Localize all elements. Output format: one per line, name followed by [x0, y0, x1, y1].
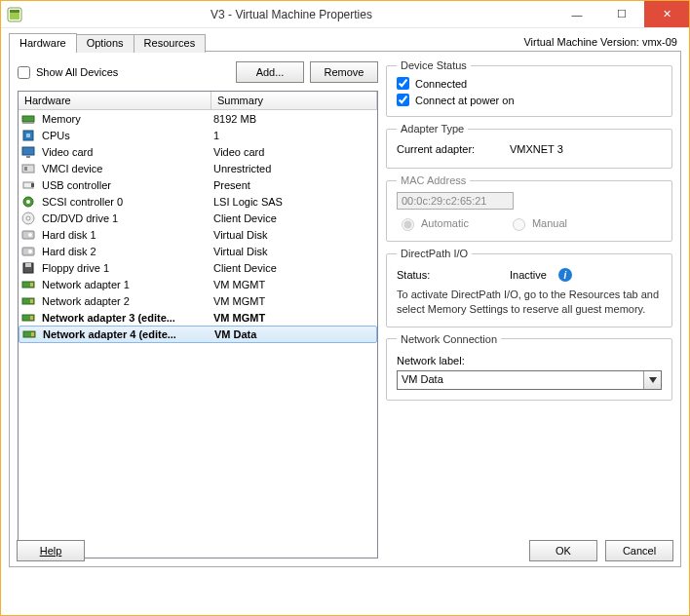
directpath-legend: DirectPath I/O [397, 248, 472, 259]
add-button[interactable]: Add... [236, 61, 304, 83]
close-button[interactable]: ✕ [644, 1, 689, 27]
tab-resources[interactable]: Resources [134, 34, 207, 53]
directpath-hint: To activate DirectPath I/O, go to the Re… [397, 288, 662, 317]
tab-hardware[interactable]: Hardware [9, 33, 77, 52]
table-row[interactable]: Network adapter 1VM MGMT [19, 276, 377, 292]
svg-rect-22 [25, 263, 31, 267]
connected-checkbox[interactable]: Connected [397, 77, 662, 90]
hardware-name: Network adapter 1 [42, 279, 213, 290]
hardware-name: VMCI device [42, 163, 213, 174]
hdd-icon [20, 244, 36, 259]
svg-rect-28 [30, 316, 33, 320]
table-row[interactable]: Hard disk 1Virtual Disk [19, 226, 377, 243]
show-all-devices-checkbox[interactable]: Show All Devices [18, 66, 118, 79]
hardware-name: Network adapter 3 (edite... [42, 312, 213, 324]
cd-icon [20, 211, 36, 226]
table-row[interactable]: USB controllerPresent [19, 176, 377, 193]
tab-panel-hardware: Show All Devices Add... Remove Hardware … [9, 51, 681, 567]
network-label-label: Network label: [397, 355, 662, 366]
chevron-down-icon[interactable] [643, 371, 661, 389]
hardware-summary: Client Device [213, 212, 375, 224]
hardware-name: Video card [42, 146, 213, 158]
device-status-legend: Device Status [397, 59, 471, 71]
connect-poweron-input[interactable] [397, 94, 409, 106]
table-row[interactable]: CD/DVD drive 1Client Device [19, 210, 377, 226]
column-hardware[interactable]: Hardware [19, 92, 211, 109]
svg-point-16 [26, 216, 30, 220]
hardware-name: Hard disk 2 [42, 246, 213, 257]
hardware-summary: VM MGMT [213, 279, 375, 290]
hardware-summary: 1 [213, 130, 375, 141]
svg-rect-2 [10, 10, 19, 13]
directpath-status-value: Inactive [510, 269, 547, 281]
hardware-name: Hard disk 1 [42, 229, 213, 241]
table-row[interactable]: Floppy drive 1Client Device [19, 259, 377, 276]
table-row[interactable]: Memory8192 MB [19, 110, 377, 127]
scsi-icon [20, 194, 36, 210]
table-row[interactable]: Network adapter 2VM MGMT [19, 292, 377, 309]
svg-rect-30 [31, 332, 34, 336]
hardware-summary: VM MGMT [213, 295, 375, 307]
svg-rect-10 [24, 167, 27, 171]
maximize-button[interactable]: ☐ [599, 1, 644, 27]
hardware-name: Floppy drive 1 [42, 262, 213, 274]
table-row[interactable]: CPUs1 [19, 127, 377, 143]
svg-rect-24 [30, 283, 33, 287]
adapter-type-value: VMXNET 3 [510, 143, 563, 155]
table-row[interactable]: Network adapter 3 (edite...VM MGMT [19, 309, 377, 326]
hardware-name: CD/DVD drive 1 [42, 212, 213, 224]
hardware-summary: VM Data [214, 328, 374, 340]
hardware-name: Network adapter 4 (edite... [43, 328, 214, 340]
connect-poweron-checkbox[interactable]: Connect at power on [397, 94, 662, 106]
adapter-type-legend: Adapter Type [397, 123, 468, 135]
hardware-name: USB controller [42, 179, 213, 191]
hardware-name: Network adapter 2 [42, 295, 213, 307]
ok-button[interactable]: OK [529, 540, 597, 561]
titlebar: V3 - Virtual Machine Properties — ☐ ✕ [1, 1, 689, 28]
hardware-summary: Video card [213, 146, 375, 158]
adapter-type-label: Current adapter: [397, 143, 504, 155]
hardware-name: SCSI controller 0 [42, 196, 213, 208]
device-status-group: Device Status Connected Connect at power… [386, 59, 672, 117]
help-button[interactable]: Help [17, 540, 85, 561]
svg-rect-9 [22, 165, 34, 173]
hdd-icon [20, 227, 36, 243]
hardware-table-header: Hardware Summary [19, 92, 377, 110]
network-label-combo[interactable]: VM Data [397, 370, 662, 390]
hardware-summary: Client Device [213, 262, 375, 274]
column-summary[interactable]: Summary [211, 92, 377, 109]
table-row[interactable]: Network adapter 4 (edite...VM Data [19, 326, 377, 343]
show-all-devices-input[interactable] [18, 66, 30, 79]
svg-point-18 [28, 233, 32, 237]
hardware-summary: Present [213, 179, 375, 191]
tab-options[interactable]: Options [76, 34, 134, 53]
cancel-button[interactable]: Cancel [605, 540, 673, 561]
minimize-button[interactable]: — [555, 1, 599, 27]
memory-icon [20, 111, 36, 127]
directpath-status-label: Status: [397, 269, 504, 281]
nic-icon [20, 277, 36, 292]
connected-input[interactable] [397, 77, 409, 90]
connected-label: Connected [415, 78, 467, 90]
table-row[interactable]: SCSI controller 0LSI Logic SAS [19, 193, 377, 210]
mac-address-input [397, 192, 514, 210]
nic-icon [20, 310, 36, 326]
mac-address-legend: MAC Address [397, 174, 470, 186]
floppy-icon [20, 260, 36, 276]
usb-icon [20, 177, 36, 193]
svg-rect-12 [31, 183, 34, 187]
remove-button[interactable]: Remove [310, 61, 378, 83]
app-icon [7, 7, 22, 22]
window-title: V3 - Virtual Machine Properties [28, 8, 555, 21]
info-icon[interactable]: i [558, 268, 572, 282]
table-row[interactable]: Hard disk 2Virtual Disk [19, 243, 377, 259]
table-row[interactable]: VMCI deviceUnrestricted [19, 160, 377, 176]
dialog-footer: Help OK Cancel [1, 526, 689, 575]
cpu-icon [20, 128, 36, 143]
hardware-summary: Virtual Disk [213, 229, 375, 241]
nic-icon [20, 293, 36, 309]
nic-icon [21, 327, 37, 342]
table-row[interactable]: Video cardVideo card [19, 143, 377, 160]
connect-poweron-label: Connect at power on [415, 95, 515, 106]
svg-point-14 [26, 200, 30, 204]
